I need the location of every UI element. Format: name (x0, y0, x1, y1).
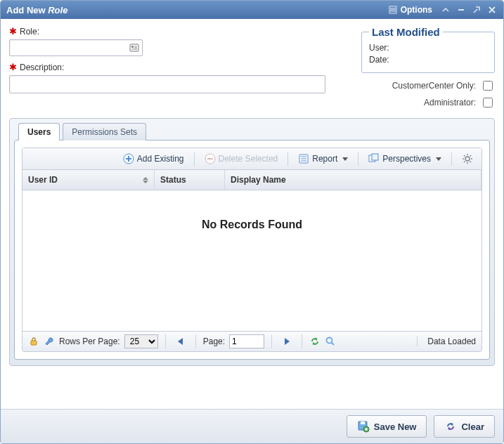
options-icon (388, 5, 398, 15)
grid-status-text: Data Loaded (417, 337, 476, 346)
collapse-button[interactable] (440, 4, 451, 15)
page-next-button[interactable] (279, 334, 295, 348)
triangle-left-icon (178, 338, 183, 345)
svg-line-29 (470, 162, 472, 163)
role-dialog: Add New Role Options ✱ (0, 0, 504, 444)
chevron-down-icon (342, 157, 348, 161)
required-star-icon: ✱ (9, 62, 17, 72)
svg-point-23 (465, 157, 470, 161)
page-label: Page: (203, 337, 225, 346)
report-icon (298, 153, 309, 164)
add-existing-button[interactable]: Add Existing (119, 151, 188, 166)
minimize-button[interactable] (455, 4, 467, 15)
grid-empty-text: No Records Found (202, 218, 302, 231)
grid-toolbar: Add Existing Delete Selected (22, 148, 482, 170)
tab-users[interactable]: Users (18, 123, 60, 141)
role-input[interactable] (9, 39, 143, 56)
customer-center-only-checkbox[interactable] (483, 81, 493, 91)
titlebar: Add New Role Options (1, 1, 503, 19)
lock-icon[interactable] (28, 336, 39, 347)
svg-line-30 (464, 162, 465, 163)
triangle-right-icon (285, 338, 290, 345)
report-label: Report (312, 154, 337, 164)
svg-rect-8 (131, 46, 134, 48)
report-button[interactable]: Report (294, 151, 352, 166)
tab-permissions-sets[interactable]: Permissions Sets (63, 123, 146, 141)
tab-label: Permissions Sets (72, 127, 137, 137)
card-lookup-icon[interactable] (129, 42, 140, 53)
rows-per-page-label: Rows Per Page: (59, 337, 120, 346)
column-label: Display Name (231, 175, 286, 185)
perspectives-label: Perspectives (382, 154, 431, 164)
administrator-checkbox[interactable] (483, 98, 493, 107)
window-title: Add New Role (6, 5, 67, 15)
svg-line-36 (332, 343, 335, 346)
last-modified-legend: Last Modified (369, 26, 443, 38)
column-header-display-name[interactable]: Display Name (225, 170, 482, 190)
grid-body: No Records Found (22, 190, 482, 331)
perspectives-icon (368, 153, 380, 164)
add-existing-label: Add Existing (137, 154, 184, 164)
users-grid: Add Existing Delete Selected (22, 148, 482, 352)
column-header-status[interactable]: Status (155, 170, 225, 190)
dialog-button-bar: Save New Clear (1, 409, 503, 443)
chevron-down-icon (436, 157, 441, 161)
grid-column-header-row: User ID Status Display Name (22, 170, 482, 190)
tab-panel-users: Add Existing Delete Selected (14, 140, 490, 360)
clear-icon (444, 420, 457, 433)
options-button[interactable]: Options (385, 4, 436, 16)
svg-line-28 (464, 155, 465, 157)
refresh-icon[interactable] (309, 336, 321, 347)
grid-footer: Rows Per Page: 25 Page: (22, 331, 482, 351)
save-new-icon (357, 420, 370, 433)
column-header-user-id[interactable]: User ID (22, 170, 155, 190)
svg-rect-38 (361, 422, 365, 424)
options-label: Options (401, 5, 432, 15)
description-input[interactable] (9, 75, 325, 93)
last-modified-user-label: User: (369, 43, 400, 53)
customer-center-only-label: CustomerCenter Only: (392, 81, 476, 91)
title-prefix: Add New (6, 5, 48, 15)
column-label: User ID (28, 175, 58, 185)
role-field-row: ✱ Role: (9, 26, 347, 56)
content-area: ✱ Role: ✱ Description: (1, 19, 503, 409)
description-label: Description: (20, 63, 64, 72)
administrator-label: Administrator: (424, 98, 476, 107)
tab-strip: Users Permissions Sets (14, 123, 490, 141)
svg-point-35 (327, 338, 332, 344)
minus-circle-icon (205, 153, 216, 164)
svg-line-31 (470, 155, 472, 157)
clear-label: Clear (461, 422, 484, 432)
plus-circle-icon (123, 153, 134, 164)
title-emph: Role (48, 5, 67, 15)
grid-settings-button[interactable] (458, 151, 477, 166)
close-button[interactable] (486, 4, 498, 15)
column-label: Status (160, 175, 186, 185)
wrench-icon[interactable] (44, 336, 55, 347)
gear-icon (462, 153, 473, 164)
description-field-row: ✱ Description: (9, 62, 347, 93)
last-modified-panel: Last Modified User: Date: (361, 26, 495, 73)
save-new-label: Save New (374, 422, 417, 432)
clear-button[interactable]: Clear (434, 415, 495, 438)
magnifier-icon[interactable] (325, 336, 336, 347)
tabs-container: Users Permissions Sets Add Existing (9, 118, 495, 366)
perspectives-button[interactable]: Perspectives (364, 151, 446, 166)
save-new-button[interactable]: Save New (347, 415, 427, 438)
last-modified-date-label: Date: (369, 55, 400, 65)
delete-selected-label: Delete Selected (219, 154, 278, 164)
rows-per-page-select[interactable]: 25 (124, 334, 158, 348)
svg-rect-32 (31, 341, 37, 345)
delete-selected-button[interactable]: Delete Selected (200, 151, 283, 166)
svg-rect-22 (372, 154, 378, 160)
sort-indicator-icon (143, 177, 148, 183)
tab-label: Users (27, 127, 51, 137)
page-prev-button[interactable] (173, 334, 188, 348)
role-label: Role: (20, 27, 39, 37)
required-star-icon: ✱ (9, 26, 17, 37)
page-input[interactable] (229, 334, 264, 348)
maximize-button[interactable] (471, 4, 482, 15)
